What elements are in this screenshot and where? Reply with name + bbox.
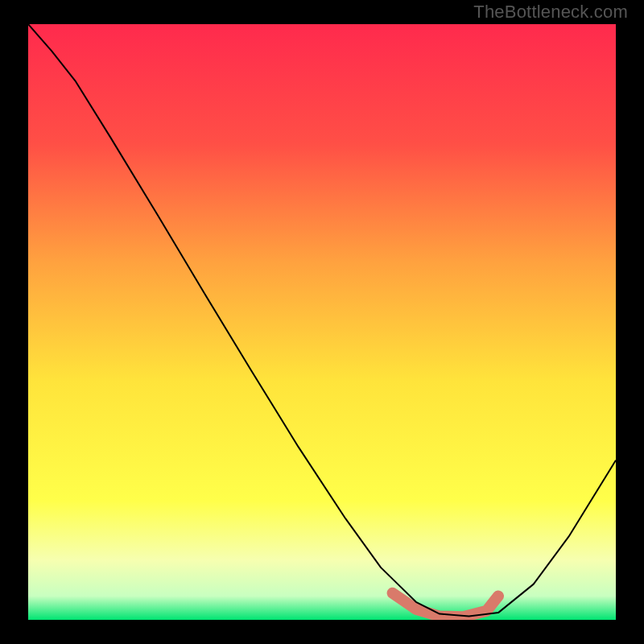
plot-area [28,24,616,620]
chart-svg [28,24,616,620]
gradient-background [28,24,616,620]
chart-frame: TheBottleneck.com [0,0,644,644]
watermark-text: TheBottleneck.com [473,2,628,23]
